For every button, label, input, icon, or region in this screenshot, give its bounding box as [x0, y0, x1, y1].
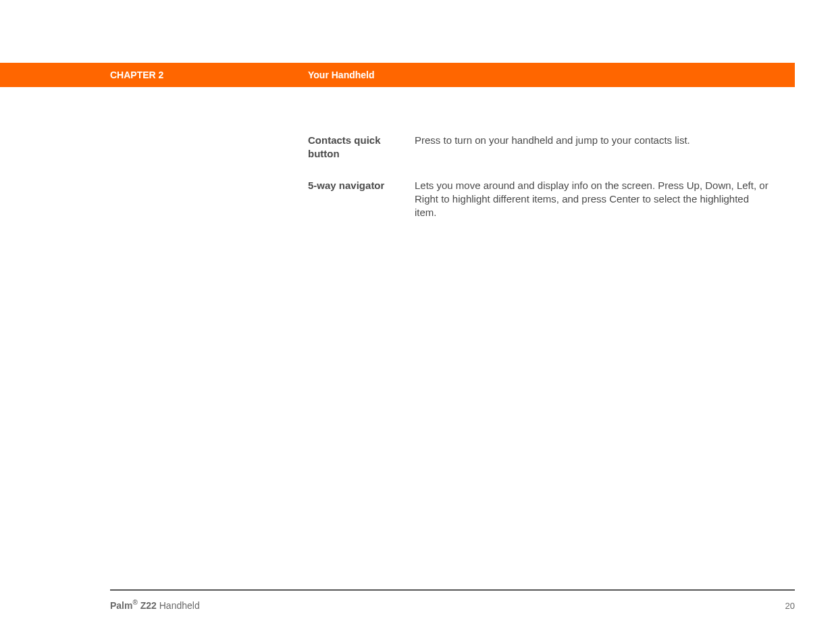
page-number: 20 [785, 601, 795, 611]
definition-row: Contacts quick button Press to turn on y… [308, 134, 770, 161]
definition-description: Press to turn on your handheld and jump … [415, 134, 770, 161]
footer-brand-name: Palm [110, 600, 132, 611]
definition-term: 5-way navigator [308, 179, 415, 220]
footer-content: Palm® Z22 Handheld 20 [110, 599, 795, 611]
footer-brand-model: Z22 [138, 600, 159, 611]
definition-description: Lets you move around and display info on… [415, 179, 770, 220]
definition-term: Contacts quick button [308, 134, 415, 161]
footer-divider [110, 589, 795, 591]
footer-brand-suffix: Handheld [159, 600, 200, 611]
section-title: Your Handheld [308, 70, 375, 80]
page-footer: Palm® Z22 Handheld 20 [110, 589, 795, 611]
footer-brand: Palm® Z22 Handheld [110, 599, 200, 611]
definition-row: 5-way navigator Lets you move around and… [308, 179, 770, 220]
page-header: CHAPTER 2 Your Handheld [0, 63, 795, 87]
chapter-label: CHAPTER 2 [110, 70, 163, 80]
content-area: Contacts quick button Press to turn on y… [308, 134, 770, 237]
registered-symbol: ® [132, 599, 137, 606]
